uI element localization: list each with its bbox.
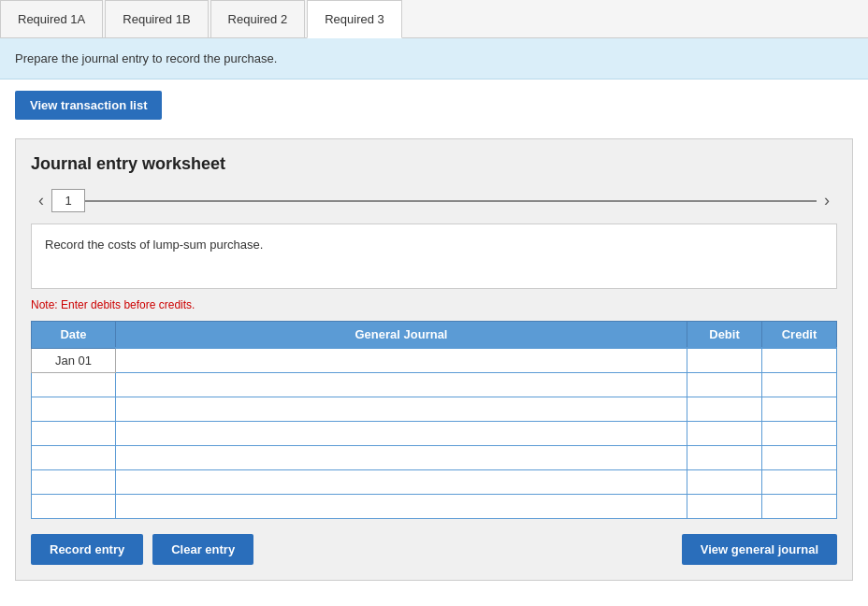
debit-input[interactable] (687, 470, 761, 494)
journal-input[interactable] (116, 349, 687, 372)
date-input[interactable] (32, 397, 115, 421)
view-general-journal-button[interactable]: View general journal (682, 534, 837, 565)
view-transaction-button[interactable]: View transaction list (15, 91, 162, 120)
worksheet-title: Journal entry worksheet (31, 154, 837, 174)
col-journal: General Journal (116, 322, 687, 349)
journal-cell (116, 445, 687, 469)
table-row (32, 372, 837, 397)
description-text: Record the costs of lump-sum purchase. (45, 238, 263, 252)
info-bar: Prepare the journal entry to record the … (0, 38, 868, 79)
debit-cell (687, 421, 762, 445)
tab-required-1b[interactable]: Required 1B (105, 0, 208, 37)
date-input[interactable] (32, 495, 115, 518)
page-number: 1 (51, 189, 85, 212)
journal-input[interactable] (116, 422, 687, 445)
next-arrow[interactable]: › (817, 187, 837, 214)
journal-cell (116, 397, 687, 421)
journal-input[interactable] (116, 446, 687, 469)
debit-cell (687, 445, 762, 469)
date-input[interactable] (32, 422, 115, 445)
credit-input[interactable] (762, 349, 836, 372)
journal-input[interactable] (116, 397, 687, 421)
date-cell (32, 372, 116, 397)
date-cell (32, 469, 116, 494)
debit-input[interactable] (687, 397, 761, 421)
date-input[interactable] (32, 373, 115, 397)
journal-table: Date General Journal Debit Credit Jan 01 (31, 321, 837, 519)
credit-cell (762, 445, 837, 469)
nav-line (85, 200, 817, 202)
credit-input[interactable] (762, 470, 836, 494)
prev-arrow[interactable]: ‹ (31, 187, 51, 214)
table-row (32, 421, 837, 445)
table-row: Jan 01 (32, 348, 837, 372)
credit-input[interactable] (762, 397, 836, 421)
date-input[interactable] (32, 470, 115, 494)
debit-input[interactable] (687, 446, 761, 469)
debit-cell (687, 469, 762, 494)
date-cell (32, 494, 116, 518)
debit-input[interactable] (687, 373, 761, 397)
debit-cell (687, 494, 762, 518)
date-cell (32, 445, 116, 469)
journal-cell (116, 372, 687, 397)
journal-input[interactable] (116, 470, 687, 494)
info-text: Prepare the journal entry to record the … (15, 51, 277, 65)
credit-cell (762, 469, 837, 494)
tab-required-2[interactable]: Required 2 (210, 0, 306, 37)
journal-cell (116, 421, 687, 445)
credit-cell (762, 372, 837, 397)
clear-entry-button[interactable]: Clear entry (152, 534, 253, 565)
journal-input[interactable] (116, 495, 687, 518)
journal-input[interactable] (116, 373, 687, 397)
debit-cell (687, 372, 762, 397)
tab-bar: Required 1A Required 1B Required 2 Requi… (0, 0, 868, 38)
credit-cell (762, 348, 837, 372)
record-entry-button[interactable]: Record entry (31, 534, 143, 565)
journal-worksheet: Journal entry worksheet ‹ 1 › Record the… (15, 138, 853, 581)
journal-cell (116, 494, 687, 518)
debit-cell (687, 348, 762, 372)
debit-input[interactable] (687, 495, 761, 518)
credit-cell (762, 494, 837, 518)
col-debit: Debit (687, 322, 762, 349)
action-bar: View transaction list (0, 79, 868, 131)
debit-input[interactable] (687, 349, 761, 372)
debit-cell (687, 397, 762, 421)
journal-cell (116, 348, 687, 372)
table-row (32, 445, 837, 469)
date-input[interactable] (32, 446, 115, 469)
credit-input[interactable] (762, 495, 836, 518)
bottom-buttons: Record entry Clear entry View general jo… (31, 534, 837, 565)
credit-input[interactable] (762, 373, 836, 397)
nav-row: ‹ 1 › (31, 187, 837, 214)
table-row (32, 494, 837, 518)
credit-cell (762, 421, 837, 445)
credit-cell (762, 397, 837, 421)
table-row (32, 469, 837, 494)
description-box: Record the costs of lump-sum purchase. (31, 224, 837, 289)
note-text: Note: Enter debits before credits. (31, 298, 837, 311)
credit-input[interactable] (762, 446, 836, 469)
col-date: Date (32, 322, 116, 349)
date-cell (32, 397, 116, 421)
date-cell (32, 421, 116, 445)
tab-required-1a[interactable]: Required 1A (0, 0, 103, 37)
tab-required-3[interactable]: Required 3 (307, 0, 402, 38)
journal-cell (116, 469, 687, 494)
table-row (32, 397, 837, 421)
date-cell: Jan 01 (32, 348, 116, 372)
credit-input[interactable] (762, 422, 836, 445)
debit-input[interactable] (687, 422, 761, 445)
col-credit: Credit (762, 322, 837, 349)
